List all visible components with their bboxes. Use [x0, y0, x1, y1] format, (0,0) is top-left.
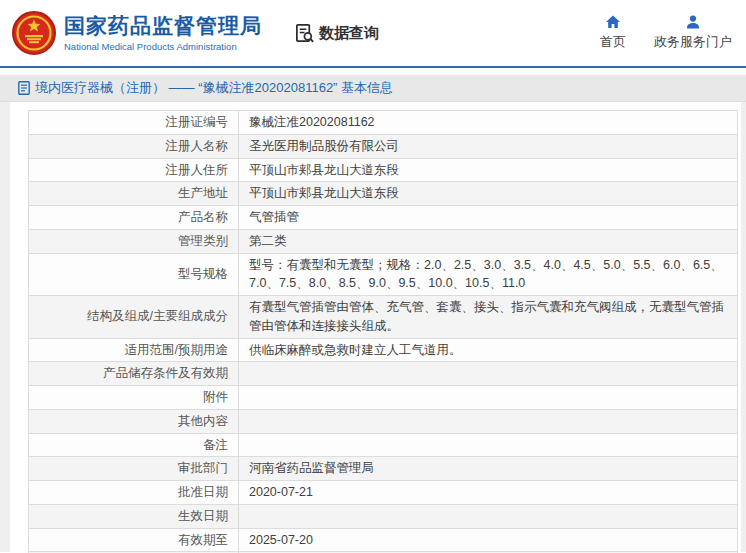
row-value: 型号：有囊型和无囊型；规格：2.0、2.5、3.0、3.5、4.0、4.5、5.… [239, 253, 738, 296]
row-label: 有效期至 [29, 528, 239, 552]
table-row: 结构及组成/主要组成成分 有囊型气管插管由管体、充气管、套囊、接头、指示气囊和充… [29, 296, 738, 339]
row-label: 备注 [29, 433, 239, 457]
user-icon [685, 14, 701, 30]
data-query-tab[interactable]: 数据查询 [294, 23, 379, 44]
site-logo: 国家药品监督管理局 National Medical Products Admi… [12, 11, 262, 55]
row-value [239, 362, 738, 386]
row-value: 气管插管 [239, 206, 738, 230]
registration-info-table: 注册证编号 豫械注准20202081162 注册人名称 圣光医用制品股份有限公司… [28, 110, 738, 553]
row-label: 生产地址 [29, 182, 239, 206]
table-row: 批准日期 2020-07-21 [29, 481, 738, 505]
row-value [239, 504, 738, 528]
table-row: 产品储存条件及有效期 [29, 362, 738, 386]
document-icon [18, 81, 30, 95]
content-panel: 注册证编号 豫械注准20202081162 注册人名称 圣光医用制品股份有限公司… [10, 102, 741, 552]
nav-portal-label: 政务服务门户 [654, 33, 732, 51]
row-label: 产品名称 [29, 206, 239, 230]
row-value: 供临床麻醉或急救时建立人工气道用。 [239, 338, 738, 362]
row-value: 平顶山市郏县龙山大道东段 [239, 158, 738, 182]
data-query-label: 数据查询 [319, 24, 379, 43]
document-search-icon [294, 23, 315, 44]
row-label: 审批部门 [29, 457, 239, 481]
table-row: 审批部门 河南省药品监督管理局 [29, 457, 738, 481]
site-subtitle: National Medical Products Administration [64, 41, 262, 52]
site-title: 国家药品监督管理局 [64, 14, 262, 38]
table-row: 产品名称 气管插管 [29, 206, 738, 230]
breadcrumb-text: 境内医疗器械（注册） —— “豫械注准20202081162” 基本信息 [35, 79, 393, 97]
breadcrumb-gap [0, 68, 746, 75]
row-label: 附件 [29, 386, 239, 410]
row-value: 第二类 [239, 229, 738, 253]
table-row: 生效日期 [29, 504, 738, 528]
row-label: 管理类别 [29, 229, 239, 253]
table-row: 生产地址 平顶山市郏县龙山大道东段 [29, 182, 738, 206]
nav-home-label: 首页 [600, 33, 626, 51]
row-value: 圣光医用制品股份有限公司 [239, 134, 738, 158]
home-icon [605, 14, 621, 30]
nav-home[interactable]: 首页 [600, 14, 626, 51]
row-value [239, 409, 738, 433]
site-header: 国家药品监督管理局 National Medical Products Admi… [0, 0, 746, 66]
table-row: 适用范围/预期用途 供临床麻醉或急救时建立人工气道用。 [29, 338, 738, 362]
nav-portal[interactable]: 政务服务门户 [654, 14, 732, 51]
row-value: 豫械注准20202081162 [239, 111, 738, 135]
row-label: 注册人名称 [29, 134, 239, 158]
row-label: 其他内容 [29, 409, 239, 433]
table-row: 注册人名称 圣光医用制品股份有限公司 [29, 134, 738, 158]
national-emblem-icon [12, 11, 56, 55]
table-row: 注册证编号 豫械注准20202081162 [29, 111, 738, 135]
row-value: 2020-07-21 [239, 481, 738, 505]
row-value: 河南省药品监督管理局 [239, 457, 738, 481]
table-row: 其他内容 [29, 409, 738, 433]
table-row: 有效期至 2025-07-20 [29, 528, 738, 552]
table-row: 管理类别 第二类 [29, 229, 738, 253]
row-value: 2025-07-20 [239, 528, 738, 552]
row-value: 平顶山市郏县龙山大道东段 [239, 182, 738, 206]
row-label: 批准日期 [29, 481, 239, 505]
row-label: 结构及组成/主要组成成分 [29, 296, 239, 339]
table-row: 注册人住所 平顶山市郏县龙山大道东段 [29, 158, 738, 182]
breadcrumb: 境内医疗器械（注册） —— “豫械注准20202081162” 基本信息 [0, 75, 746, 102]
row-value [239, 433, 738, 457]
row-label: 型号规格 [29, 253, 239, 296]
table-row: 附件 [29, 386, 738, 410]
row-label: 适用范围/预期用途 [29, 338, 239, 362]
row-value [239, 386, 738, 410]
table-row: 型号规格 型号：有囊型和无囊型；规格：2.0、2.5、3.0、3.5、4.0、4… [29, 253, 738, 296]
row-label: 生效日期 [29, 504, 239, 528]
row-value: 有囊型气管插管由管体、充气管、套囊、接头、指示气囊和充气阀组成，无囊型气管插管由… [239, 296, 738, 339]
table-row: 备注 [29, 433, 738, 457]
row-label: 注册人住所 [29, 158, 239, 182]
row-label: 产品储存条件及有效期 [29, 362, 239, 386]
header-nav: 首页 政务服务门户 [600, 14, 732, 51]
main-area: 注册证编号 豫械注准20202081162 注册人名称 圣光医用制品股份有限公司… [0, 102, 746, 552]
row-label: 注册证编号 [29, 111, 239, 135]
site-title-block: 国家药品监督管理局 National Medical Products Admi… [64, 14, 262, 51]
